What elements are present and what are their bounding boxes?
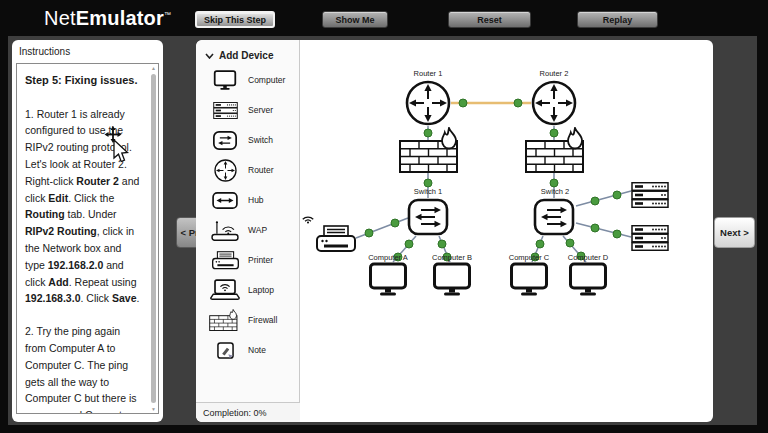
node-label: Computer A: [368, 253, 408, 262]
cable-switch2-server2: [576, 223, 631, 237]
instructions-title: Instructions: [19, 46, 70, 57]
device-palette: Add Device Computer Server Switch Router…: [196, 40, 300, 422]
palette-item-label: Server: [248, 105, 273, 115]
palette-item-label: Switch: [248, 135, 273, 145]
node-label: Computer C: [509, 253, 550, 262]
palette-item-label: Note: [248, 345, 266, 355]
completion-status: Completion: 0%: [196, 402, 300, 422]
hub-icon: [209, 192, 241, 209]
palette-item-hub[interactable]: Hub: [196, 185, 299, 215]
logo-trademark: ™: [164, 11, 171, 18]
computer-a-node[interactable]: [371, 264, 406, 296]
cable-printer-switch1: [356, 218, 408, 238]
computer-icon: [209, 70, 241, 90]
printer-icon: [209, 251, 241, 270]
palette-item-printer[interactable]: Printer: [196, 245, 299, 275]
note-icon: [209, 342, 241, 359]
switch-1-node[interactable]: [409, 200, 447, 234]
computer-b-node[interactable]: [435, 264, 470, 296]
node-label: Switch 2: [541, 187, 569, 196]
instructions-text: Step 5: Fixing issues.1. Router 1 is alr…: [16, 63, 159, 414]
wireless-signal-icon: [303, 217, 314, 223]
port-indicator: [459, 99, 467, 107]
palette-item-label: Laptop: [248, 285, 274, 295]
port-indicator: [550, 179, 558, 187]
node-label: Computer D: [568, 253, 609, 262]
wap-icon: [209, 220, 241, 241]
printer-node[interactable]: [317, 226, 355, 251]
palette-item-label: Hub: [248, 195, 264, 205]
top-bar: NetEmulator™ Skip This Step Show Me Rese…: [0, 0, 768, 36]
port-indicator: [438, 240, 446, 248]
cable-switch2-server1: [576, 191, 631, 206]
node-label: Router 1: [414, 69, 443, 78]
computer-d-node[interactable]: [571, 264, 606, 296]
palette-item-computer[interactable]: Computer: [196, 65, 299, 95]
port-indicator: [391, 219, 399, 227]
port-indicators: [365, 99, 621, 261]
replay-button[interactable]: Replay: [577, 11, 658, 28]
laptop-icon: [209, 279, 241, 301]
instructions-scrollbar[interactable]: ▲ ▼: [150, 67, 157, 410]
palette-item-label: Firewall: [248, 315, 277, 325]
palette-item-wap[interactable]: WAP: [196, 215, 299, 245]
port-indicator: [566, 239, 574, 247]
router-2-node[interactable]: [533, 82, 575, 124]
node-label: Computer B: [432, 253, 472, 262]
palette-item-label: Computer: [248, 75, 285, 85]
palette-item-label: Printer: [248, 255, 273, 265]
port-indicator: [550, 129, 558, 137]
node-label: Router 2: [540, 69, 569, 78]
port-indicator: [365, 229, 373, 237]
palette-item-label: Router: [248, 165, 274, 175]
port-indicator: [591, 224, 599, 232]
port-indicator: [536, 240, 544, 248]
cables: [356, 103, 631, 262]
skip-this-step-button[interactable]: Skip This Step: [195, 11, 275, 28]
firewall-icon: [209, 309, 241, 331]
network-canvas-panel[interactable]: Router 1 Router 2 Switch 1 Switch 2 Comp…: [196, 40, 713, 422]
palette-item-label: WAP: [248, 225, 267, 235]
next-button[interactable]: Next >: [714, 217, 755, 248]
palette-item-note[interactable]: Note: [196, 335, 299, 365]
palette-item-router[interactable]: Router: [196, 155, 299, 185]
switch-2-node[interactable]: [535, 200, 573, 234]
scroll-up-arrow-icon[interactable]: ▲: [150, 65, 157, 71]
server-icon: [209, 102, 241, 119]
port-indicator: [514, 99, 522, 107]
palette-item-server[interactable]: Server: [196, 95, 299, 125]
computer-c-node[interactable]: [512, 264, 547, 296]
server-1-node[interactable]: [632, 183, 668, 208]
chevron-down-icon: [205, 53, 214, 59]
palette-item-switch[interactable]: Switch: [196, 125, 299, 155]
node-label: Switch 1: [414, 187, 442, 196]
show-me-button[interactable]: Show Me: [322, 11, 388, 28]
port-indicator: [424, 179, 432, 187]
scrollbar-thumb[interactable]: [151, 74, 156, 403]
logo-bold: Emulator: [76, 7, 164, 29]
logo-prefix: Net: [44, 7, 76, 29]
palette-item-firewall[interactable]: Firewall: [196, 305, 299, 335]
port-indicator: [424, 129, 432, 137]
router-icon: [209, 159, 241, 182]
scroll-down-arrow-icon[interactable]: ▼: [150, 406, 157, 412]
router-1-node[interactable]: [407, 82, 449, 124]
server-2-node[interactable]: [632, 226, 668, 251]
add-device-header[interactable]: Add Device: [196, 40, 299, 65]
switch-icon: [209, 131, 241, 150]
palette-item-laptop[interactable]: Laptop: [196, 275, 299, 305]
app-logo: NetEmulator™: [44, 7, 171, 30]
port-indicator: [591, 197, 599, 205]
port-indicator: [613, 191, 621, 199]
port-indicator: [405, 240, 413, 248]
reset-button[interactable]: Reset: [448, 11, 531, 28]
port-indicator: [613, 230, 621, 238]
add-device-label: Add Device: [219, 50, 273, 61]
instructions-panel: Instructions Step 5: Fixing issues.1. Ro…: [12, 40, 163, 422]
